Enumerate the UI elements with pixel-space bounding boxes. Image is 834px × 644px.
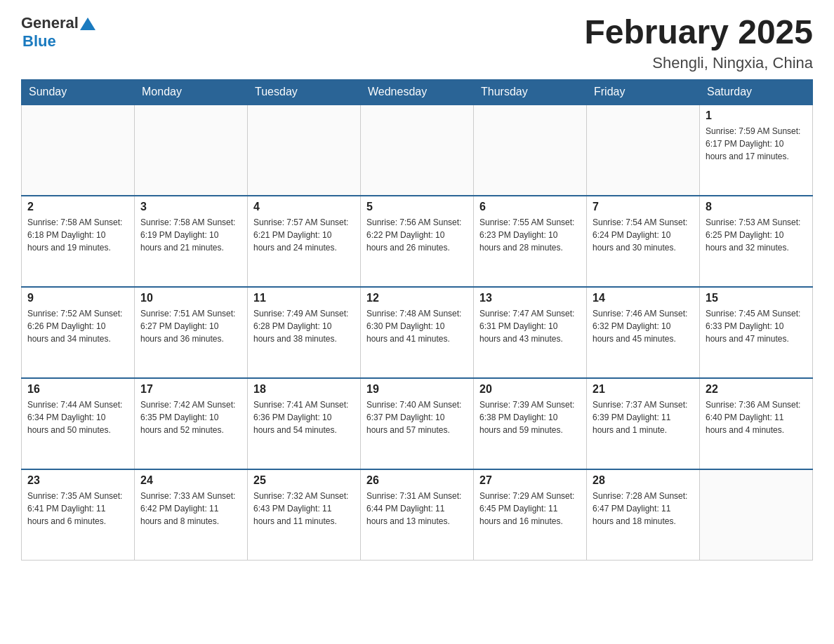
day-number: 8 bbox=[706, 201, 807, 213]
day-info: Sunrise: 7:56 AM Sunset: 6:22 PM Dayligh… bbox=[366, 216, 468, 254]
calendar-cell: 24Sunrise: 7:33 AM Sunset: 6:42 PM Dayli… bbox=[135, 469, 248, 561]
calendar-cell: 12Sunrise: 7:48 AM Sunset: 6:30 PM Dayli… bbox=[361, 287, 474, 378]
day-number: 19 bbox=[366, 383, 468, 396]
day-number: 28 bbox=[593, 474, 694, 487]
calendar-subtitle: Shengli, Ningxia, China bbox=[584, 54, 813, 72]
calendar-cell bbox=[700, 469, 813, 561]
calendar-cell bbox=[248, 105, 361, 196]
day-info: Sunrise: 7:40 AM Sunset: 6:37 PM Dayligh… bbox=[366, 398, 468, 436]
day-number: 11 bbox=[253, 292, 355, 304]
day-info: Sunrise: 7:46 AM Sunset: 6:32 PM Dayligh… bbox=[593, 307, 694, 345]
weekday-header-sunday: Sunday bbox=[22, 79, 135, 105]
title-block: February 2025 Shengli, Ningxia, China bbox=[584, 14, 813, 72]
day-number: 4 bbox=[253, 201, 355, 213]
day-number: 15 bbox=[706, 292, 807, 304]
calendar-cell bbox=[587, 105, 700, 196]
day-info: Sunrise: 7:37 AM Sunset: 6:39 PM Dayligh… bbox=[593, 398, 694, 436]
calendar-cell: 18Sunrise: 7:41 AM Sunset: 6:36 PM Dayli… bbox=[248, 378, 361, 469]
logo: General Blue bbox=[21, 14, 95, 51]
day-number: 21 bbox=[593, 383, 694, 396]
calendar-cell bbox=[474, 105, 587, 196]
week-row-3: 9Sunrise: 7:52 AM Sunset: 6:26 PM Daylig… bbox=[22, 287, 813, 378]
day-info: Sunrise: 7:31 AM Sunset: 6:44 PM Dayligh… bbox=[366, 490, 468, 528]
calendar-cell: 2Sunrise: 7:58 AM Sunset: 6:18 PM Daylig… bbox=[22, 196, 135, 287]
calendar-cell: 22Sunrise: 7:36 AM Sunset: 6:40 PM Dayli… bbox=[700, 378, 813, 469]
calendar-cell: 7Sunrise: 7:54 AM Sunset: 6:24 PM Daylig… bbox=[587, 196, 700, 287]
day-number: 10 bbox=[140, 292, 241, 304]
day-info: Sunrise: 7:33 AM Sunset: 6:42 PM Dayligh… bbox=[140, 490, 241, 528]
day-number: 3 bbox=[140, 201, 241, 213]
day-info: Sunrise: 7:58 AM Sunset: 6:18 PM Dayligh… bbox=[27, 216, 128, 254]
calendar-cell: 14Sunrise: 7:46 AM Sunset: 6:32 PM Dayli… bbox=[587, 287, 700, 378]
calendar-cell bbox=[135, 105, 248, 196]
day-number: 7 bbox=[593, 201, 694, 213]
day-info: Sunrise: 7:51 AM Sunset: 6:27 PM Dayligh… bbox=[140, 307, 241, 345]
calendar-cell: 17Sunrise: 7:42 AM Sunset: 6:35 PM Dayli… bbox=[135, 378, 248, 469]
day-info: Sunrise: 7:32 AM Sunset: 6:43 PM Dayligh… bbox=[253, 490, 355, 528]
day-number: 6 bbox=[479, 201, 581, 213]
calendar-cell: 6Sunrise: 7:55 AM Sunset: 6:23 PM Daylig… bbox=[474, 196, 587, 287]
day-info: Sunrise: 7:45 AM Sunset: 6:33 PM Dayligh… bbox=[706, 307, 807, 345]
day-number: 23 bbox=[27, 474, 128, 487]
day-number: 12 bbox=[366, 292, 468, 304]
calendar-cell: 19Sunrise: 7:40 AM Sunset: 6:37 PM Dayli… bbox=[361, 378, 474, 469]
calendar-cell: 20Sunrise: 7:39 AM Sunset: 6:38 PM Dayli… bbox=[474, 378, 587, 469]
calendar-cell: 8Sunrise: 7:53 AM Sunset: 6:25 PM Daylig… bbox=[700, 196, 813, 287]
day-number: 17 bbox=[140, 383, 241, 396]
day-number: 13 bbox=[479, 292, 581, 304]
day-number: 25 bbox=[253, 474, 355, 487]
calendar-cell: 15Sunrise: 7:45 AM Sunset: 6:33 PM Dayli… bbox=[700, 287, 813, 378]
day-number: 2 bbox=[27, 201, 128, 213]
calendar-cell: 9Sunrise: 7:52 AM Sunset: 6:26 PM Daylig… bbox=[22, 287, 135, 378]
day-number: 9 bbox=[27, 292, 128, 304]
calendar-cell: 28Sunrise: 7:28 AM Sunset: 6:47 PM Dayli… bbox=[587, 469, 700, 561]
calendar-title: February 2025 bbox=[584, 14, 813, 51]
day-number: 26 bbox=[366, 474, 468, 487]
weekday-header-friday: Friday bbox=[587, 79, 700, 105]
day-number: 27 bbox=[479, 474, 581, 487]
day-info: Sunrise: 7:44 AM Sunset: 6:34 PM Dayligh… bbox=[27, 398, 128, 436]
day-number: 18 bbox=[253, 383, 355, 396]
day-number: 20 bbox=[479, 383, 581, 396]
calendar-cell: 13Sunrise: 7:47 AM Sunset: 6:31 PM Dayli… bbox=[474, 287, 587, 378]
day-number: 16 bbox=[27, 383, 128, 396]
week-row-2: 2Sunrise: 7:58 AM Sunset: 6:18 PM Daylig… bbox=[22, 196, 813, 287]
day-info: Sunrise: 7:55 AM Sunset: 6:23 PM Dayligh… bbox=[479, 216, 581, 254]
day-number: 14 bbox=[593, 292, 694, 304]
day-info: Sunrise: 7:29 AM Sunset: 6:45 PM Dayligh… bbox=[479, 490, 581, 528]
calendar-table: SundayMondayTuesdayWednesdayThursdayFrid… bbox=[21, 79, 813, 561]
weekday-header-wednesday: Wednesday bbox=[361, 79, 474, 105]
calendar-cell: 25Sunrise: 7:32 AM Sunset: 6:43 PM Dayli… bbox=[248, 469, 361, 561]
weekday-header-saturday: Saturday bbox=[700, 79, 813, 105]
day-info: Sunrise: 7:47 AM Sunset: 6:31 PM Dayligh… bbox=[479, 307, 581, 345]
day-info: Sunrise: 7:49 AM Sunset: 6:28 PM Dayligh… bbox=[253, 307, 355, 345]
calendar-cell: 4Sunrise: 7:57 AM Sunset: 6:21 PM Daylig… bbox=[248, 196, 361, 287]
day-info: Sunrise: 7:53 AM Sunset: 6:25 PM Dayligh… bbox=[706, 216, 807, 254]
calendar-cell: 23Sunrise: 7:35 AM Sunset: 6:41 PM Dayli… bbox=[22, 469, 135, 561]
calendar-cell: 11Sunrise: 7:49 AM Sunset: 6:28 PM Dayli… bbox=[248, 287, 361, 378]
day-info: Sunrise: 7:41 AM Sunset: 6:36 PM Dayligh… bbox=[253, 398, 355, 436]
calendar-cell: 10Sunrise: 7:51 AM Sunset: 6:27 PM Dayli… bbox=[135, 287, 248, 378]
calendar-cell: 16Sunrise: 7:44 AM Sunset: 6:34 PM Dayli… bbox=[22, 378, 135, 469]
logo-triangle-icon bbox=[80, 16, 95, 32]
day-number: 1 bbox=[706, 109, 807, 122]
calendar-cell bbox=[361, 105, 474, 196]
calendar-cell: 1Sunrise: 7:59 AM Sunset: 6:17 PM Daylig… bbox=[700, 105, 813, 196]
day-info: Sunrise: 7:57 AM Sunset: 6:21 PM Dayligh… bbox=[253, 216, 355, 254]
calendar-cell: 26Sunrise: 7:31 AM Sunset: 6:44 PM Dayli… bbox=[361, 469, 474, 561]
day-info: Sunrise: 7:35 AM Sunset: 6:41 PM Dayligh… bbox=[27, 490, 128, 528]
svg-marker-0 bbox=[80, 18, 95, 30]
day-info: Sunrise: 7:39 AM Sunset: 6:38 PM Dayligh… bbox=[479, 398, 581, 436]
page-header: General Blue February 2025 Shengli, Ning… bbox=[21, 14, 813, 72]
logo-blue-text: Blue bbox=[22, 32, 56, 50]
day-number: 22 bbox=[706, 383, 807, 396]
weekday-header-thursday: Thursday bbox=[474, 79, 587, 105]
calendar-cell: 21Sunrise: 7:37 AM Sunset: 6:39 PM Dayli… bbox=[587, 378, 700, 469]
day-info: Sunrise: 7:54 AM Sunset: 6:24 PM Dayligh… bbox=[593, 216, 694, 254]
day-info: Sunrise: 7:52 AM Sunset: 6:26 PM Dayligh… bbox=[27, 307, 128, 345]
calendar-cell: 3Sunrise: 7:58 AM Sunset: 6:19 PM Daylig… bbox=[135, 196, 248, 287]
day-info: Sunrise: 7:58 AM Sunset: 6:19 PM Dayligh… bbox=[140, 216, 241, 254]
day-number: 24 bbox=[140, 474, 241, 487]
logo-general-text: General bbox=[21, 14, 79, 32]
week-row-4: 16Sunrise: 7:44 AM Sunset: 6:34 PM Dayli… bbox=[22, 378, 813, 469]
